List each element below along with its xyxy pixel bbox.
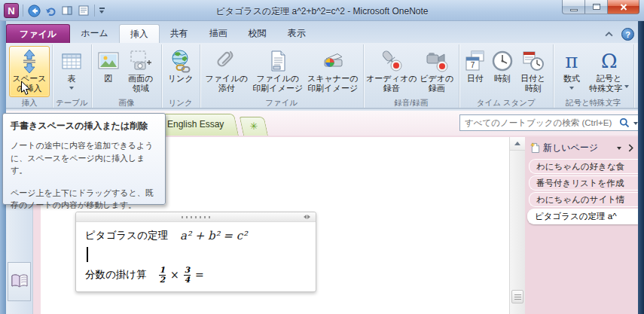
tab-file[interactable]: ファイル [6, 24, 70, 43]
full-page-view-icon [78, 5, 90, 17]
button-label: 印刷イメージ [252, 84, 303, 93]
date-button[interactable]: 7 日付 [462, 46, 489, 97]
group-label-links: リンク [162, 97, 200, 108]
button-label: 添付 [218, 84, 235, 93]
search-box [459, 114, 642, 131]
search-input[interactable] [465, 118, 619, 127]
vertical-scrollbar[interactable] [509, 137, 525, 314]
minimize-button[interactable] [562, 0, 585, 14]
symbol-button[interactable]: Ω 記号と 特殊文字 [588, 46, 631, 97]
quick-access-toolbar: N [4, 2, 106, 19]
notebook-button[interactable] [8, 262, 31, 301]
ribbon-group-images: 図 画面の 領域 画像 [92, 44, 162, 108]
page-tabs-panel: 新しいページ わにちゃんの好きな食 番号付きリストを作成 わにちゃんのサイト情 … [525, 137, 638, 314]
group-label-tables: テーブル [53, 97, 91, 108]
resize-handle-icon[interactable] [301, 215, 313, 219]
button-label: 録音 [383, 84, 400, 93]
table-button[interactable]: 表 [55, 46, 88, 97]
picture-button[interactable]: 図 [94, 46, 123, 97]
tab-view[interactable]: 表示 [277, 24, 316, 43]
record-audio-button[interactable]: オーディオの 録音 [366, 46, 417, 97]
tab-review[interactable]: 校閲 [238, 24, 277, 43]
ribbon-group-recording: オーディオの 録音 ビデオの 録画 [364, 44, 459, 108]
dropdown-caret-icon [624, 85, 629, 90]
equation-text: a² + b² = c² [180, 229, 247, 242]
table-icon [60, 49, 84, 73]
button-label: 日付 [467, 74, 484, 84]
window-controls [562, 0, 639, 14]
help-button[interactable]: ? [621, 28, 634, 41]
full-page-view-button[interactable] [77, 4, 90, 17]
group-label-recording: 録音/録画 [364, 97, 459, 108]
new-section-icon: ✳ [243, 117, 268, 132]
omega-symbol-icon: Ω [597, 49, 621, 73]
tab-home[interactable]: ホーム [70, 24, 119, 43]
note-line-1: ピタゴラスの定理 a² + b² = c² [85, 226, 307, 245]
back-icon [28, 5, 41, 17]
time-button[interactable]: 時刻 [489, 46, 516, 97]
ribbon-group-symbols: π 数式 Ω 記号と 特殊文字 記号と特殊文字 [554, 44, 634, 108]
maximize-button[interactable] [585, 0, 608, 14]
button-label: 印刷イメージ [307, 84, 358, 93]
button-label: ビデオの [420, 74, 453, 84]
back-button[interactable] [27, 4, 41, 17]
picture-icon [96, 49, 121, 73]
scrollbar-thumb[interactable] [511, 290, 523, 303]
note-container[interactable]: ピタゴラスの定理 a² + b² = c² 分数の掛け算 12 × 34 [75, 212, 316, 292]
tooltip-insert-space: 手書きスペースの挿入または削除 ノートの途中に内容を追加できるように、スペースを… [2, 113, 166, 205]
tooltip-title: 手書きスペースの挿入または削除 [11, 120, 157, 133]
dropdown-caret-icon [69, 87, 74, 92]
date-and-time-button[interactable]: 日付と 時刻 [516, 46, 551, 97]
new-section-tab-button[interactable]: ✳ [243, 117, 268, 136]
note-line-cursor [85, 245, 307, 264]
scroll-up-button[interactable] [510, 137, 525, 151]
divider [94, 5, 95, 17]
insert-space-icon [17, 49, 41, 73]
new-page-header[interactable]: 新しいページ [525, 137, 638, 157]
window-border-right [638, 21, 644, 314]
window-title: ピタゴラスの定理 a^2+b^2=c^2 - Microsoft OneNote [113, 5, 531, 18]
tab-insert[interactable]: 挿入 [119, 24, 160, 43]
collapse-panel-icon[interactable] [628, 144, 633, 152]
note-container-move-handle[interactable] [76, 212, 316, 222]
titlebar: N [0, 0, 644, 21]
section-tab-english-essay[interactable]: English Essay [160, 114, 239, 136]
mouse-cursor [20, 81, 31, 97]
new-page-dropdown-icon[interactable] [617, 147, 621, 152]
customize-qat-dropdown-icon[interactable] [99, 7, 106, 14]
equation-button[interactable]: π 数式 [556, 46, 588, 97]
undo-icon [44, 5, 56, 17]
record-video-button[interactable]: ビデオの 録画 [417, 46, 456, 97]
tooltip-body: ページ上を上下にドラッグすると、既存のノートの内容が移動します。 [11, 187, 157, 212]
button-label: 日付と [520, 74, 545, 84]
tab-draw[interactable]: 描画 [199, 24, 238, 43]
pi-equation-icon: π [560, 49, 584, 73]
notebook-icon [11, 273, 29, 290]
button-label: 表 [68, 74, 76, 84]
dock-to-desktop-button[interactable] [60, 4, 74, 17]
page-tab[interactable]: わにちゃんのサイト情 [529, 192, 638, 207]
scanner-printout-button[interactable]: スキャナーの 印刷イメージ [305, 46, 361, 97]
equals-operator: = [195, 269, 204, 281]
link-button[interactable]: リンク [164, 46, 197, 97]
page-tab[interactable]: 番号付きリストを作成 [529, 175, 638, 191]
button-label: スキャナーの [307, 74, 358, 84]
collapse-ribbon-icon[interactable] [605, 32, 613, 37]
group-label-timestamp: タイム スタンプ [459, 97, 553, 108]
attach-file-button[interactable]: ファイルの 添付 [203, 46, 251, 97]
page-tab[interactable]: わにちゃんの好きな食 [529, 159, 638, 174]
page-tab-selected[interactable]: ピタゴラスの定理 a^ [527, 209, 638, 224]
group-label-images: 画像 [92, 97, 161, 108]
group-label-insert: 挿入 [7, 97, 52, 108]
undo-button[interactable] [44, 4, 57, 17]
section-tab-label: English Essay [160, 114, 239, 130]
tab-share[interactable]: 共有 [160, 24, 199, 43]
close-button[interactable] [608, 0, 639, 14]
search-icon[interactable] [619, 117, 630, 128]
note-text-area[interactable]: ピタゴラスの定理 a² + b² = c² 分数の掛け算 12 × 34 [76, 222, 316, 286]
ribbon-group-tables: 表 テーブル [53, 44, 92, 108]
onenote-logo-icon[interactable]: N [4, 3, 19, 18]
button-label: ファイルの [257, 74, 299, 84]
screen-clipping-button[interactable]: 画面の 領域 [123, 46, 159, 97]
file-printout-button[interactable]: ファイルの 印刷イメージ [251, 46, 305, 97]
